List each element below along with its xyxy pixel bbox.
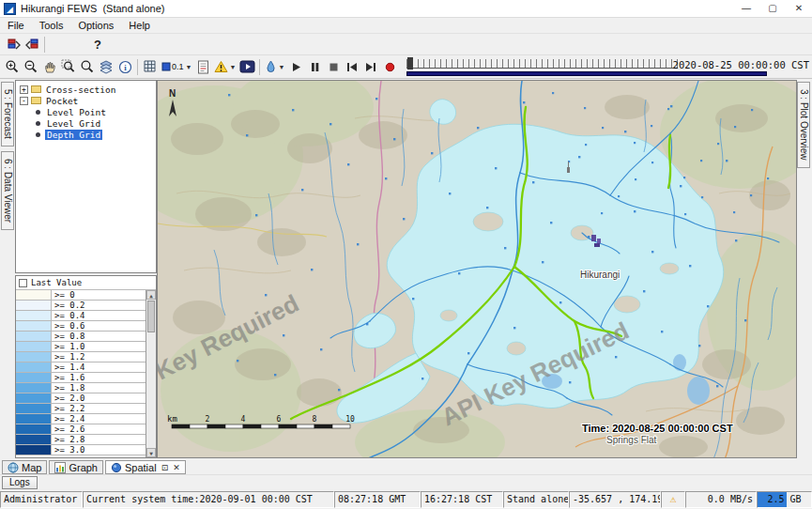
right-tab-strip: 3 : Plot Overview <box>797 80 812 458</box>
skip-to-end-icon[interactable] <box>361 57 380 76</box>
chevron-down-icon: ▼ <box>229 64 236 70</box>
play-icon[interactable] <box>286 57 305 76</box>
legend-row: >= 1.4 <box>16 362 146 373</box>
panel-close-icon[interactable]: ✕ <box>173 463 180 472</box>
tree-expander-icon[interactable]: - <box>20 97 28 105</box>
svg-text:8: 8 <box>313 415 317 424</box>
grid-value-dropdown[interactable]: 0.1 ▼ <box>160 57 193 76</box>
main-toolbar: ? <box>0 34 812 55</box>
database-import-icon[interactable] <box>4 35 23 54</box>
tab-spatial-label: Spatial <box>125 462 157 473</box>
legend-swatch <box>16 445 52 455</box>
svg-text:N: N <box>169 88 176 99</box>
time-slider-ruler[interactable] <box>406 59 678 69</box>
profile-tool-dropdown[interactable]: ▼ <box>263 57 286 76</box>
scroll-up-icon[interactable]: ▲ <box>146 290 156 300</box>
svg-text:6: 6 <box>277 415 282 424</box>
minimize-icon[interactable]: — <box>733 0 759 17</box>
legend-label: >= 2.4 <box>52 414 88 424</box>
zoom-extent-icon[interactable] <box>78 57 97 76</box>
tab-forecast[interactable]: 5 : Forecast <box>1 82 14 147</box>
spatial-icon <box>111 462 122 473</box>
grid-display-icon[interactable] <box>141 57 160 76</box>
legend-swatch <box>16 342 52 351</box>
scrollbar-thumb[interactable] <box>147 301 155 332</box>
tree-item-level-grid[interactable]: Level Grid <box>16 117 156 129</box>
info-icon[interactable]: i <box>115 57 134 76</box>
database-export-icon[interactable] <box>23 35 41 54</box>
legend-swatch <box>16 352 52 362</box>
legend-row: >= 2.0 <box>16 393 146 404</box>
skip-to-start-icon[interactable] <box>343 57 361 76</box>
logs-bar: Logs <box>0 474 812 490</box>
layers-icon[interactable] <box>97 57 115 76</box>
legend-swatch <box>16 332 52 341</box>
time-slider[interactable]: 2020-08-25 00:00:00 CST <box>405 56 809 78</box>
zoom-out-icon[interactable] <box>22 57 40 76</box>
legend-label: >= 1.6 <box>52 373 88 382</box>
map-canvas[interactable]: API Key Required API Key Required Hikura… <box>158 81 797 458</box>
pan-hand-icon[interactable] <box>40 57 59 76</box>
legend-swatch <box>16 435 52 444</box>
status-coordinates: -35.657 , 174.199 <box>569 491 661 508</box>
close-icon[interactable]: ✕ <box>786 0 812 17</box>
legend-swatch <box>16 383 52 393</box>
legend-label: >= 2.2 <box>52 404 88 413</box>
menu-help[interactable]: Help <box>121 19 158 32</box>
legend-label: >= 2.6 <box>52 424 88 434</box>
time-slider-thumb[interactable] <box>407 57 413 69</box>
tab-graph-label: Graph <box>69 462 98 473</box>
status-warning-cell[interactable]: ⚠ <box>661 491 685 508</box>
folder-icon <box>31 85 41 93</box>
animation-display-icon[interactable] <box>237 57 256 76</box>
panel-restore-icon[interactable]: ⊡ <box>161 463 169 472</box>
logs-button[interactable]: Logs <box>2 476 38 489</box>
warning-threshold-dropdown[interactable]: ▼ <box>212 57 237 76</box>
tree-item-cross-section[interactable]: +Cross-section <box>16 84 156 95</box>
tree-expander-icon[interactable]: + <box>20 85 28 94</box>
chevron-down-icon: ▼ <box>186 64 192 70</box>
legend-row: >= 0.8 <box>16 332 146 342</box>
tab-spatial[interactable]: Spatial ⊡ ✕ <box>105 460 186 474</box>
pause-icon[interactable] <box>305 57 324 76</box>
legend-title: Last Value <box>31 278 82 287</box>
memory-label: 2.5 GB <box>767 494 801 504</box>
tab-plot-overview[interactable]: 3 : Plot Overview <box>797 82 810 168</box>
last-value-checkbox[interactable] <box>19 279 27 287</box>
zoom-in-icon[interactable] <box>3 57 22 76</box>
menu-tools[interactable]: Tools <box>32 19 71 32</box>
legend-swatch <box>16 373 52 382</box>
scroll-down-icon[interactable]: ▼ <box>146 448 156 457</box>
menu-options[interactable]: Options <box>70 19 121 32</box>
legend-row: >= 0.2 <box>16 301 146 311</box>
record-icon[interactable] <box>380 57 399 76</box>
zoom-selection-icon[interactable] <box>59 57 78 76</box>
status-system-time: Current system time:2020-09-01 00:00 CST <box>83 491 334 508</box>
help-button[interactable]: ? <box>87 38 108 52</box>
layers-tree: +Cross-section-PocketLevel PointLevel Gr… <box>16 84 156 140</box>
report-icon[interactable] <box>193 57 212 76</box>
status-transfer-rate: 0.0 MB/s <box>685 491 757 508</box>
legend-label: >= 0.4 <box>52 311 88 320</box>
tab-graph[interactable]: Graph <box>49 460 103 474</box>
legend-label: >= 3.0 <box>52 445 88 455</box>
menu-file[interactable]: File <box>0 19 32 32</box>
tree-item-label: Depth Grid <box>45 130 102 140</box>
tree-item-depth-grid[interactable]: Depth Grid <box>16 129 156 140</box>
legend-row: >= 2.8 <box>16 435 146 445</box>
status-user: Administrator <box>0 491 83 508</box>
legend-label: >= 1.4 <box>52 362 88 372</box>
map-time-label: Time: 2020-08-25 00:00:00 CST <box>582 423 733 434</box>
map-viewport[interactable]: API Key Required API Key Required Hikura… <box>157 80 797 458</box>
toolbar-separator <box>259 59 260 75</box>
legend-label: >= 2.0 <box>52 393 88 403</box>
tree-item-level-point[interactable]: Level Point <box>16 106 156 117</box>
legend-scrollbar[interactable]: ▲ ▼ <box>146 290 156 457</box>
legend-label: >= 1.2 <box>52 352 88 362</box>
tree-item-pocket[interactable]: -Pocket <box>16 95 156 106</box>
stop-icon[interactable] <box>324 57 343 76</box>
tab-data-viewer[interactable]: 6 : Data Viewer <box>1 151 14 230</box>
tree-item-label: Pocket <box>44 96 80 106</box>
maximize-icon[interactable]: ▢ <box>759 0 786 17</box>
tab-map[interactable]: Map <box>2 460 47 474</box>
